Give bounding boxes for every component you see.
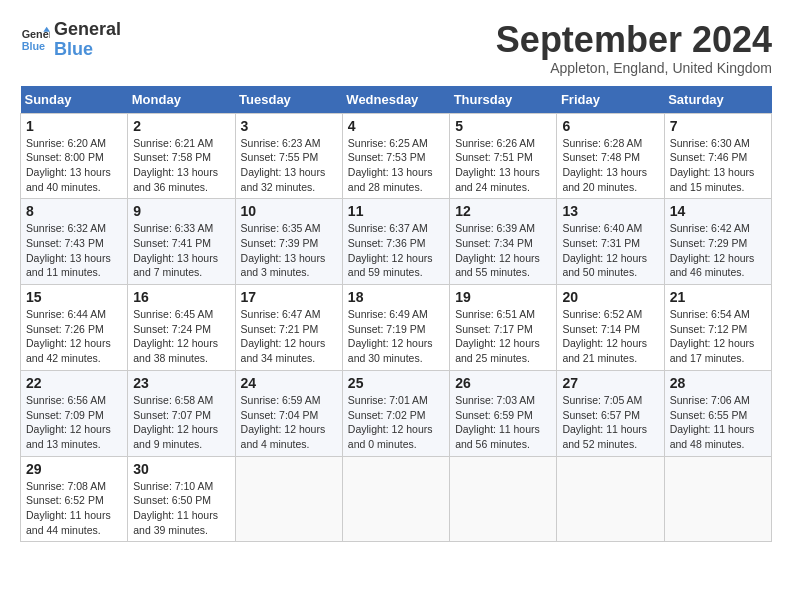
calendar-week-4: 22 Sunrise: 6:56 AM Sunset: 7:09 PM Dayl… [21,370,772,456]
calendar-week-2: 8 Sunrise: 6:32 AM Sunset: 7:43 PM Dayli… [21,199,772,285]
day-number: 4 [348,118,444,134]
day-info: Sunrise: 6:33 AM Sunset: 7:41 PM Dayligh… [133,221,229,280]
day-number: 22 [26,375,122,391]
day-info: Sunrise: 6:30 AM Sunset: 7:46 PM Dayligh… [670,136,766,195]
day-number: 7 [670,118,766,134]
day-info: Sunrise: 7:06 AM Sunset: 6:55 PM Dayligh… [670,393,766,452]
day-number: 21 [670,289,766,305]
col-tuesday: Tuesday [235,86,342,114]
calendar-cell [342,456,449,542]
calendar-cell: 29 Sunrise: 7:08 AM Sunset: 6:52 PM Dayl… [21,456,128,542]
day-number: 25 [348,375,444,391]
calendar-cell: 10 Sunrise: 6:35 AM Sunset: 7:39 PM Dayl… [235,199,342,285]
calendar-cell [664,456,771,542]
calendar-cell: 12 Sunrise: 6:39 AM Sunset: 7:34 PM Dayl… [450,199,557,285]
day-info: Sunrise: 6:58 AM Sunset: 7:07 PM Dayligh… [133,393,229,452]
day-number: 15 [26,289,122,305]
day-info: Sunrise: 6:52 AM Sunset: 7:14 PM Dayligh… [562,307,658,366]
day-number: 8 [26,203,122,219]
page-header: General Blue General Blue September 2024… [20,20,772,76]
logo-text: General Blue [54,20,121,60]
day-number: 27 [562,375,658,391]
day-number: 14 [670,203,766,219]
day-info: Sunrise: 7:01 AM Sunset: 7:02 PM Dayligh… [348,393,444,452]
day-number: 10 [241,203,337,219]
calendar-week-5: 29 Sunrise: 7:08 AM Sunset: 6:52 PM Dayl… [21,456,772,542]
calendar-cell: 13 Sunrise: 6:40 AM Sunset: 7:31 PM Dayl… [557,199,664,285]
day-info: Sunrise: 6:28 AM Sunset: 7:48 PM Dayligh… [562,136,658,195]
calendar-cell: 19 Sunrise: 6:51 AM Sunset: 7:17 PM Dayl… [450,285,557,371]
calendar-cell: 18 Sunrise: 6:49 AM Sunset: 7:19 PM Dayl… [342,285,449,371]
calendar-week-1: 1 Sunrise: 6:20 AM Sunset: 8:00 PM Dayli… [21,113,772,199]
calendar-cell: 16 Sunrise: 6:45 AM Sunset: 7:24 PM Dayl… [128,285,235,371]
calendar-cell: 30 Sunrise: 7:10 AM Sunset: 6:50 PM Dayl… [128,456,235,542]
day-info: Sunrise: 6:39 AM Sunset: 7:34 PM Dayligh… [455,221,551,280]
calendar-cell [557,456,664,542]
day-info: Sunrise: 7:10 AM Sunset: 6:50 PM Dayligh… [133,479,229,538]
day-info: Sunrise: 6:40 AM Sunset: 7:31 PM Dayligh… [562,221,658,280]
col-saturday: Saturday [664,86,771,114]
calendar-cell: 3 Sunrise: 6:23 AM Sunset: 7:55 PM Dayli… [235,113,342,199]
calendar-cell: 6 Sunrise: 6:28 AM Sunset: 7:48 PM Dayli… [557,113,664,199]
calendar-cell: 23 Sunrise: 6:58 AM Sunset: 7:07 PM Dayl… [128,370,235,456]
col-sunday: Sunday [21,86,128,114]
day-info: Sunrise: 6:59 AM Sunset: 7:04 PM Dayligh… [241,393,337,452]
calendar-cell: 22 Sunrise: 6:56 AM Sunset: 7:09 PM Dayl… [21,370,128,456]
day-number: 6 [562,118,658,134]
day-number: 11 [348,203,444,219]
calendar-cell [235,456,342,542]
day-number: 2 [133,118,229,134]
calendar-cell: 26 Sunrise: 7:03 AM Sunset: 6:59 PM Dayl… [450,370,557,456]
day-info: Sunrise: 6:51 AM Sunset: 7:17 PM Dayligh… [455,307,551,366]
calendar-cell: 15 Sunrise: 6:44 AM Sunset: 7:26 PM Dayl… [21,285,128,371]
calendar-cell: 5 Sunrise: 6:26 AM Sunset: 7:51 PM Dayli… [450,113,557,199]
day-number: 3 [241,118,337,134]
calendar-cell: 25 Sunrise: 7:01 AM Sunset: 7:02 PM Dayl… [342,370,449,456]
calendar-cell: 14 Sunrise: 6:42 AM Sunset: 7:29 PM Dayl… [664,199,771,285]
day-number: 19 [455,289,551,305]
day-number: 16 [133,289,229,305]
logo-line1: General [54,20,121,40]
day-info: Sunrise: 6:47 AM Sunset: 7:21 PM Dayligh… [241,307,337,366]
calendar-cell: 8 Sunrise: 6:32 AM Sunset: 7:43 PM Dayli… [21,199,128,285]
logo-line2: Blue [54,39,93,59]
calendar-cell: 2 Sunrise: 6:21 AM Sunset: 7:58 PM Dayli… [128,113,235,199]
col-friday: Friday [557,86,664,114]
day-info: Sunrise: 6:32 AM Sunset: 7:43 PM Dayligh… [26,221,122,280]
day-number: 29 [26,461,122,477]
day-info: Sunrise: 7:08 AM Sunset: 6:52 PM Dayligh… [26,479,122,538]
day-number: 23 [133,375,229,391]
calendar-cell [450,456,557,542]
day-number: 9 [133,203,229,219]
calendar-cell: 17 Sunrise: 6:47 AM Sunset: 7:21 PM Dayl… [235,285,342,371]
day-number: 17 [241,289,337,305]
calendar-cell: 24 Sunrise: 6:59 AM Sunset: 7:04 PM Dayl… [235,370,342,456]
calendar-table: Sunday Monday Tuesday Wednesday Thursday… [20,86,772,543]
day-info: Sunrise: 6:23 AM Sunset: 7:55 PM Dayligh… [241,136,337,195]
day-number: 26 [455,375,551,391]
day-info: Sunrise: 6:42 AM Sunset: 7:29 PM Dayligh… [670,221,766,280]
col-monday: Monday [128,86,235,114]
day-info: Sunrise: 6:25 AM Sunset: 7:53 PM Dayligh… [348,136,444,195]
day-number: 28 [670,375,766,391]
header-row: Sunday Monday Tuesday Wednesday Thursday… [21,86,772,114]
calendar-cell: 11 Sunrise: 6:37 AM Sunset: 7:36 PM Dayl… [342,199,449,285]
day-info: Sunrise: 6:49 AM Sunset: 7:19 PM Dayligh… [348,307,444,366]
day-info: Sunrise: 7:05 AM Sunset: 6:57 PM Dayligh… [562,393,658,452]
day-number: 13 [562,203,658,219]
day-info: Sunrise: 6:35 AM Sunset: 7:39 PM Dayligh… [241,221,337,280]
day-info: Sunrise: 6:26 AM Sunset: 7:51 PM Dayligh… [455,136,551,195]
logo: General Blue General Blue [20,20,121,60]
day-info: Sunrise: 6:44 AM Sunset: 7:26 PM Dayligh… [26,307,122,366]
day-info: Sunrise: 6:45 AM Sunset: 7:24 PM Dayligh… [133,307,229,366]
day-info: Sunrise: 6:37 AM Sunset: 7:36 PM Dayligh… [348,221,444,280]
svg-text:Blue: Blue [22,40,45,52]
calendar-cell: 27 Sunrise: 7:05 AM Sunset: 6:57 PM Dayl… [557,370,664,456]
month-title: September 2024 [496,20,772,60]
day-number: 30 [133,461,229,477]
calendar-week-3: 15 Sunrise: 6:44 AM Sunset: 7:26 PM Dayl… [21,285,772,371]
day-number: 24 [241,375,337,391]
calendar-cell: 1 Sunrise: 6:20 AM Sunset: 8:00 PM Dayli… [21,113,128,199]
location: Appleton, England, United Kingdom [496,60,772,76]
day-number: 18 [348,289,444,305]
